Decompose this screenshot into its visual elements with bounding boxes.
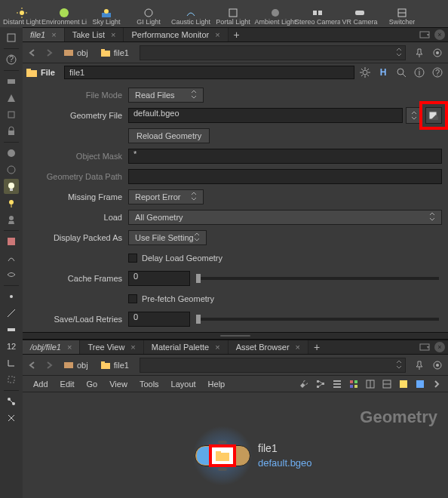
tool-bulb[interactable] [4, 179, 19, 194]
tool-line[interactable] [4, 306, 19, 321]
lower-pane-menu[interactable] [418, 342, 431, 352]
net-link-toggle[interactable] [430, 358, 445, 373]
tool-n[interactable] [4, 394, 19, 409]
menu-edit[interactable]: Edit [54, 380, 81, 389]
net-tool-c[interactable] [413, 377, 427, 391]
tool-f[interactable] [4, 195, 19, 211]
net-path-field[interactable] [140, 358, 406, 373]
cache-frames-slider[interactable] [196, 277, 439, 280]
net-tool-grid[interactable] [347, 377, 361, 391]
nav-back[interactable] [26, 46, 39, 60]
tool-b[interactable] [4, 91, 19, 106]
tool-help[interactable]: ? [4, 52, 19, 67]
search-icon[interactable] [394, 65, 409, 80]
tool-select[interactable] [4, 30, 19, 45]
menu-view[interactable]: View [103, 380, 133, 389]
shelf-gi-light[interactable]: GI Light [128, 6, 169, 27]
tool-o[interactable] [4, 410, 19, 426]
upper-add-tab[interactable]: + [229, 29, 245, 41]
net-nav-fwd[interactable] [42, 358, 56, 372]
net-path-file1[interactable]: file1 [96, 358, 133, 373]
help-icon[interactable]: ? [430, 65, 445, 80]
pin-button[interactable] [412, 45, 427, 60]
delay-load-checkbox[interactable]: Delay Load Geometry [128, 254, 222, 263]
shelf-caustic-light[interactable]: Caustic Light [170, 6, 211, 27]
geometry-file-input[interactable]: default.bgeo [128, 108, 403, 123]
object-mask-input[interactable]: * [128, 149, 442, 164]
lower-pane-close[interactable]: × [434, 342, 445, 352]
tool-l[interactable] [4, 355, 19, 370]
tool-d[interactable] [4, 146, 19, 161]
net-tool-b[interactable] [380, 377, 394, 391]
shelf-switcher[interactable]: Switcher [382, 6, 422, 27]
close-icon[interactable]: × [67, 343, 72, 352]
close-icon[interactable]: × [296, 343, 300, 352]
close-icon[interactable]: × [111, 30, 115, 39]
shelf-sky-light[interactable]: Sky Light [86, 6, 127, 27]
path-file1[interactable]: file1 [96, 45, 133, 60]
net-nav-back[interactable] [26, 358, 39, 372]
menu-add[interactable]: Add [27, 380, 54, 389]
tool-g[interactable] [4, 212, 19, 227]
net-tool-list[interactable] [330, 377, 344, 391]
tab-asset-browser[interactable]: Asset Browser× [229, 340, 308, 354]
geo-data-path-input[interactable] [128, 169, 442, 184]
tab-material-palette[interactable]: Material Palette× [144, 340, 229, 354]
tool-e[interactable] [4, 162, 19, 177]
close-icon[interactable]: × [215, 30, 219, 39]
tab-take-list[interactable]: Take List× [65, 28, 124, 42]
hda-toggle[interactable]: H [376, 65, 391, 80]
shelf-distant-light[interactable]: Distant Light [2, 6, 42, 27]
geometry-file-menu[interactable] [406, 107, 422, 124]
file-node[interactable] [195, 445, 250, 466]
shelf-environment-light[interactable]: Environment Light [44, 6, 84, 27]
load-select[interactable]: All Geometry [128, 210, 442, 225]
tool-lock[interactable] [4, 124, 19, 139]
tab-tree-view[interactable]: Tree View× [80, 340, 143, 354]
tool-m[interactable] [4, 372, 19, 387]
node-name-input[interactable]: file1 [64, 66, 354, 79]
missing-frame-select[interactable]: Report Error [128, 189, 204, 204]
path-obj[interactable]: obj [59, 45, 93, 60]
menu-tools[interactable]: Tools [133, 380, 165, 389]
shelf-stereo-camera[interactable]: Stereo Camera [297, 6, 338, 27]
file-chooser-button[interactable] [425, 107, 442, 124]
upper-pane-close[interactable]: × [434, 29, 445, 40]
menu-go[interactable]: Go [81, 380, 104, 389]
file-mode-select[interactable]: Read Files [128, 88, 204, 103]
tool-dot[interactable] [4, 289, 19, 304]
net-tool-wrench[interactable] [297, 377, 311, 391]
menu-help[interactable]: Help [202, 380, 232, 389]
net-tool-d[interactable] [430, 377, 443, 391]
gear-icon[interactable] [357, 65, 373, 80]
lower-add-tab[interactable]: + [308, 341, 325, 353]
tool-i[interactable] [4, 251, 19, 266]
link-toggle[interactable] [430, 45, 445, 60]
net-tool-note[interactable] [397, 377, 410, 391]
cache-frames-input[interactable]: 0 [128, 271, 190, 286]
tool-a[interactable] [4, 74, 19, 89]
menu-layout[interactable]: Layout [165, 380, 202, 389]
tool-k[interactable] [4, 322, 19, 337]
close-icon[interactable]: × [51, 30, 56, 39]
display-packed-select[interactable]: Use File Setting [128, 230, 207, 245]
tool-12[interactable]: 12 [4, 339, 19, 354]
retries-input[interactable]: 0 [128, 312, 190, 327]
close-icon[interactable]: × [130, 343, 135, 352]
shelf-vr-camera[interactable]: VR Camera [339, 6, 380, 27]
tab--obj-file1[interactable]: /obj/file1× [23, 340, 80, 354]
net-tool-a[interactable] [364, 377, 377, 391]
tab-file1[interactable]: file1× [23, 28, 65, 42]
net-path-obj[interactable]: obj [59, 358, 93, 373]
tool-h[interactable] [4, 234, 19, 249]
info-icon[interactable]: i [412, 65, 427, 80]
upper-pane-menu[interactable] [418, 29, 431, 40]
nav-fwd[interactable] [42, 46, 56, 60]
prefetch-checkbox[interactable]: Pre-fetch Geometry [128, 294, 214, 303]
retries-slider[interactable] [196, 318, 439, 321]
shelf-portal-light[interactable]: Portal Light [213, 6, 253, 27]
path-field[interactable] [140, 45, 406, 60]
reload-geometry-button[interactable]: Reload Geometry [128, 128, 210, 143]
close-icon[interactable]: × [215, 343, 219, 352]
pane-splitter[interactable] [23, 332, 448, 340]
